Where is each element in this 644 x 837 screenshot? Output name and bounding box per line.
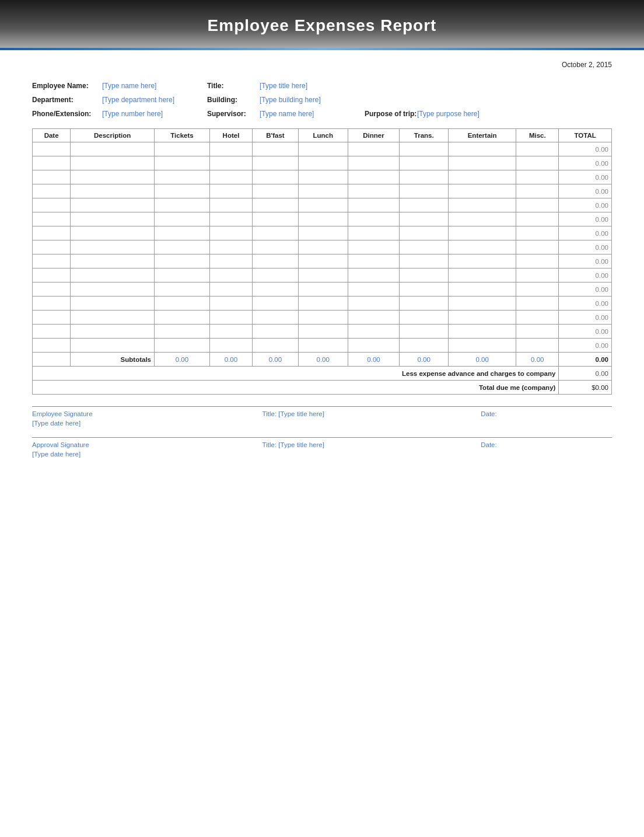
employee-name-value[interactable]: [Type name here] (102, 82, 195, 90)
table-cell[interactable] (516, 268, 559, 283)
table-row[interactable]: 0.00 (33, 297, 612, 311)
table-cell[interactable] (33, 311, 71, 325)
table-cell[interactable] (400, 184, 449, 198)
table-cell[interactable] (400, 156, 449, 170)
table-cell[interactable] (71, 198, 155, 212)
table-cell[interactable] (154, 226, 209, 240)
table-cell[interactable] (33, 156, 71, 170)
table-row[interactable]: 0.00 (33, 142, 612, 156)
table-cell[interactable] (209, 283, 252, 297)
table-cell[interactable] (348, 339, 400, 353)
table-cell[interactable] (400, 311, 449, 325)
table-row[interactable]: 0.00 (33, 339, 612, 353)
table-row[interactable]: 0.00 (33, 254, 612, 268)
table-cell[interactable] (71, 311, 155, 325)
table-cell[interactable] (449, 184, 516, 198)
table-cell[interactable] (154, 268, 209, 283)
table-cell[interactable] (253, 198, 299, 212)
table-cell[interactable] (33, 297, 71, 311)
table-cell[interactable] (348, 268, 400, 283)
table-cell[interactable] (253, 184, 299, 198)
table-cell[interactable] (400, 254, 449, 268)
table-cell[interactable]: 0.00 (559, 339, 612, 353)
table-cell[interactable] (209, 268, 252, 283)
table-cell[interactable] (209, 339, 252, 353)
table-cell[interactable] (33, 325, 71, 339)
table-cell[interactable]: 0.00 (559, 184, 612, 198)
table-cell[interactable]: 0.00 (559, 254, 612, 268)
table-cell[interactable] (516, 254, 559, 268)
table-cell[interactable]: 0.00 (559, 311, 612, 325)
table-cell[interactable] (154, 198, 209, 212)
table-cell[interactable] (253, 339, 299, 353)
table-cell[interactable] (348, 283, 400, 297)
table-cell[interactable] (449, 170, 516, 184)
table-cell[interactable] (209, 170, 252, 184)
table-cell[interactable] (400, 226, 449, 240)
table-cell[interactable]: 0.00 (559, 240, 612, 254)
table-cell[interactable] (33, 170, 71, 184)
table-cell[interactable] (516, 297, 559, 311)
table-cell[interactable]: 0.00 (559, 142, 612, 156)
table-cell[interactable] (209, 142, 252, 156)
table-cell[interactable] (209, 226, 252, 240)
table-cell[interactable] (516, 212, 559, 226)
table-cell[interactable] (400, 297, 449, 311)
table-cell[interactable] (516, 240, 559, 254)
table-cell[interactable] (253, 156, 299, 170)
department-value[interactable]: [Type department here] (102, 96, 195, 104)
table-cell[interactable]: 0.00 (559, 212, 612, 226)
table-cell[interactable] (154, 254, 209, 268)
table-cell[interactable]: 0.00 (559, 297, 612, 311)
table-cell[interactable] (516, 325, 559, 339)
table-cell[interactable] (449, 212, 516, 226)
table-cell[interactable] (449, 311, 516, 325)
table-cell[interactable] (209, 240, 252, 254)
table-cell[interactable] (33, 198, 71, 212)
table-cell[interactable] (449, 297, 516, 311)
table-cell[interactable] (400, 268, 449, 283)
table-cell[interactable] (71, 297, 155, 311)
table-cell[interactable] (33, 339, 71, 353)
table-cell[interactable] (400, 142, 449, 156)
table-cell[interactable] (348, 240, 400, 254)
table-cell[interactable] (33, 184, 71, 198)
table-cell[interactable] (71, 339, 155, 353)
table-cell[interactable] (516, 198, 559, 212)
table-cell[interactable] (71, 226, 155, 240)
table-cell[interactable] (33, 226, 71, 240)
table-cell[interactable] (154, 283, 209, 297)
table-cell[interactable] (298, 156, 348, 170)
table-cell[interactable] (209, 198, 252, 212)
table-cell[interactable] (298, 240, 348, 254)
table-cell[interactable] (400, 198, 449, 212)
table-cell[interactable] (71, 170, 155, 184)
table-cell[interactable] (449, 226, 516, 240)
table-cell[interactable] (400, 339, 449, 353)
table-cell[interactable] (348, 226, 400, 240)
table-cell[interactable] (71, 212, 155, 226)
table-cell[interactable] (348, 254, 400, 268)
table-cell[interactable] (71, 268, 155, 283)
table-cell[interactable] (449, 156, 516, 170)
table-cell[interactable]: 0.00 (559, 325, 612, 339)
table-cell[interactable] (298, 226, 348, 240)
table-row[interactable]: 0.00 (33, 170, 612, 184)
table-cell[interactable] (154, 339, 209, 353)
table-cell[interactable] (209, 325, 252, 339)
table-cell[interactable] (348, 156, 400, 170)
table-cell[interactable] (209, 297, 252, 311)
table-cell[interactable] (348, 212, 400, 226)
table-cell[interactable] (400, 170, 449, 184)
table-row[interactable]: 0.00 (33, 156, 612, 170)
table-cell[interactable] (449, 254, 516, 268)
table-cell[interactable] (209, 156, 252, 170)
table-cell[interactable] (154, 212, 209, 226)
supervisor-value[interactable]: [Type name here] (260, 110, 353, 118)
table-cell[interactable] (154, 142, 209, 156)
table-cell[interactable] (154, 240, 209, 254)
table-cell[interactable]: 0.00 (559, 268, 612, 283)
table-cell[interactable] (154, 184, 209, 198)
purpose-value[interactable]: [Type purpose here] (417, 110, 480, 118)
table-cell[interactable] (154, 170, 209, 184)
